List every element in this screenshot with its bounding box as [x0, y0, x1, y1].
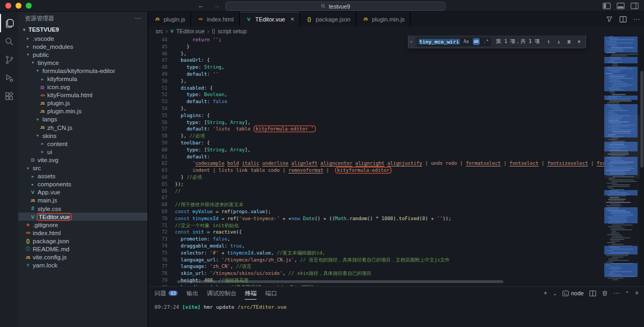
- file-item-TEditor.vue[interactable]: VTEditor.vue: [18, 213, 148, 221]
- code-line-54[interactable]: 54 },: [148, 105, 604, 112]
- previous-match-icon[interactable]: ↑: [545, 39, 552, 45]
- terminal-dropdown-icon[interactable]: ⌄: [553, 290, 557, 296]
- explorer-icon[interactable]: [0, 14, 18, 32]
- breadcrumb-item-file[interactable]: TEditor.vue: [176, 28, 204, 34]
- panel-tab-调试控制台[interactable]: 调试控制台: [207, 287, 236, 300]
- file-item-README.md[interactable]: ⓘREADME.md: [18, 245, 148, 253]
- code-line-72[interactable]: 72const init = reactive({: [148, 229, 604, 236]
- maximize-panel-icon[interactable]: ⌃: [625, 290, 630, 296]
- code-line-68[interactable]: 68//用于接收外部传进来的富文本: [148, 201, 604, 208]
- file-item-skins[interactable]: ▾skins: [18, 132, 148, 140]
- toggle-sidebar-icon[interactable]: [603, 3, 611, 9]
- file-item-content[interactable]: ▸content: [18, 140, 148, 148]
- minimize-window-button[interactable]: [16, 3, 21, 9]
- file-item-yarn.lock[interactable]: Yyarn.lock: [18, 261, 148, 270]
- new-terminal-icon[interactable]: +: [544, 289, 547, 297]
- file-item-components[interactable]: ▸components: [18, 180, 148, 188]
- match-case-icon[interactable]: Aa: [463, 38, 470, 45]
- toggle-secondary-sidebar-icon[interactable]: [631, 3, 639, 9]
- file-item-public[interactable]: ▾public: [18, 50, 148, 59]
- vertical-scrollbar[interactable]: [640, 35, 644, 286]
- file-item-ui[interactable]: ▸ui: [18, 148, 148, 156]
- toggle-panel-icon[interactable]: [617, 3, 625, 9]
- file-item-kityFormula.html[interactable]: <>kityFormula.html: [18, 91, 148, 99]
- explorer-more-icon[interactable]: ⋯: [135, 14, 141, 22]
- code-line-62[interactable]: 62 'codesample bold italic underline ali…: [148, 160, 604, 167]
- project-root-row[interactable]: ▾ TESTVUE9: [18, 25, 148, 34]
- filter-icon[interactable]: [606, 16, 613, 23]
- next-match-icon[interactable]: ↓: [555, 39, 562, 45]
- code-line-55[interactable]: 55 plugins: {: [148, 112, 604, 119]
- source-control-icon[interactable]: [0, 50, 18, 69]
- close-panel-icon[interactable]: ×: [635, 289, 639, 297]
- file-item-vite.svg[interactable]: ▧vite.svg: [18, 156, 148, 164]
- breadcrumb-item-src[interactable]: src: [156, 28, 163, 34]
- file-item-tinymce[interactable]: ▾tinymce: [18, 59, 148, 67]
- file-item-.vscode[interactable]: ▸.vscode: [18, 34, 148, 42]
- close-window-button[interactable]: [5, 3, 11, 9]
- find-input[interactable]: tiny_mce_wiri Aa ab .*: [417, 38, 491, 46]
- code-line-67[interactable]: 67: [148, 194, 604, 201]
- breadcrumb-item-symbol[interactable]: script setup: [218, 28, 247, 34]
- panel-tab-问题[interactable]: 问题63: [155, 287, 178, 300]
- toggle-replace-icon[interactable]: ▸: [408, 35, 414, 48]
- horizontal-scrollbar[interactable]: [177, 280, 503, 283]
- code-line-78[interactable]: 78 skin_url: '/tinymce/skins/ui/oxide', …: [148, 270, 604, 277]
- code-line-65[interactable]: 65});: [148, 181, 604, 188]
- file-item-package.json[interactable]: {}package.json: [18, 237, 148, 245]
- code-line-49[interactable]: 49 default: '': [148, 71, 604, 78]
- zoom-window-button[interactable]: [26, 3, 32, 9]
- editor-more-actions-icon[interactable]: ⋯: [633, 16, 640, 23]
- tab-plugin.min.js[interactable]: JSplugin.min.js: [356, 12, 411, 26]
- file-item-node_modules[interactable]: ▸node_modules: [18, 42, 148, 50]
- code-line-76[interactable]: 76 language_url: '/tinymce/langs/zh_CN.j…: [148, 257, 604, 264]
- file-item-langs[interactable]: ▾langs: [18, 115, 148, 123]
- panel-tab-端口[interactable]: 端口: [265, 287, 277, 300]
- regex-icon[interactable]: .*: [482, 38, 489, 45]
- file-item-icon.svg[interactable]: ▧icon.svg: [18, 83, 148, 91]
- extensions-icon[interactable]: [0, 87, 18, 105]
- code-line-47[interactable]: 47 baseUrl: {: [148, 57, 604, 64]
- search-view-icon[interactable]: [0, 32, 18, 50]
- code-line-58[interactable]: 58 }, //必填: [148, 133, 604, 140]
- code-line-52[interactable]: 52 type: Boolean,: [148, 91, 604, 98]
- code-line-50[interactable]: 50 },: [148, 78, 604, 85]
- file-item-assets[interactable]: ▸assets: [18, 172, 148, 180]
- back-icon[interactable]: ←: [197, 0, 204, 12]
- code-editor[interactable]: 44 return '';45 }46 },47 baseUrl: {48 ty…: [148, 35, 604, 286]
- close-tab-icon[interactable]: ×: [290, 16, 294, 23]
- code-line-51[interactable]: 51 disabled: {: [148, 85, 604, 92]
- tab-plugin.js[interactable]: JSplugin.js: [148, 12, 191, 26]
- code-line-60[interactable]: 60 type: [String, Array],: [148, 147, 604, 154]
- code-line-77[interactable]: 77 language: 'zh_CN', //语言: [148, 263, 604, 270]
- file-item-index.html[interactable]: <>index.html: [18, 229, 148, 237]
- file-item-formulas/kityformula-editor[interactable]: ▾formulas/kityformula-editor: [18, 67, 148, 75]
- code-line-57[interactable]: 57 default: 'lists table kityformula-edi…: [148, 126, 604, 133]
- run-debug-icon[interactable]: [0, 69, 18, 87]
- file-item-style.css[interactable]: #style.css: [18, 205, 148, 213]
- code-line-73[interactable]: 73 promotion: false,: [148, 236, 604, 243]
- file-item-zh_CN.js[interactable]: JSzh_CN.js: [18, 123, 148, 132]
- file-item-vite.config.js[interactable]: JSvite.config.js: [18, 253, 148, 261]
- file-item-main.js[interactable]: JSmain.js: [18, 197, 148, 205]
- code-line-56[interactable]: 56 type: [String, Array],: [148, 119, 604, 126]
- file-item-plugin.min.js[interactable]: JSplugin.min.js: [18, 107, 148, 115]
- file-item-kityformula[interactable]: ▸kityformula: [18, 75, 148, 83]
- file-item-plugin.js[interactable]: JSplugin.js: [18, 99, 148, 107]
- code-line-63[interactable]: 63 indent | lists link table code | remo…: [148, 167, 604, 174]
- code-line-46[interactable]: 46 },: [148, 50, 604, 57]
- code-line-71[interactable]: 71//定义一个对象 init初始化: [148, 222, 604, 229]
- code-line-61[interactable]: 61 default:: [148, 154, 604, 161]
- file-item-src[interactable]: ▾src: [18, 164, 148, 172]
- code-line-48[interactable]: 48 type: String,: [148, 64, 604, 71]
- tab-TEditor.vue[interactable]: VTEditor.vue×: [240, 12, 301, 26]
- terminal-output[interactable]: 09:27:24 [vite] hmr update /src/TEditor.…: [148, 300, 644, 310]
- terminal-instance-node[interactable]: node: [562, 290, 583, 296]
- whole-word-icon[interactable]: ab: [473, 38, 480, 45]
- tab-index.html[interactable]: <>index.html: [191, 12, 239, 26]
- code-line-69[interactable]: 69const myValue = ref(props.value);: [148, 208, 604, 215]
- file-item-App.vue[interactable]: VApp.vue: [18, 188, 148, 197]
- find-in-selection-icon[interactable]: ≣: [565, 39, 573, 45]
- panel-more-actions-icon[interactable]: ⋯: [613, 289, 620, 297]
- code-line-53[interactable]: 53 default: false: [148, 98, 604, 105]
